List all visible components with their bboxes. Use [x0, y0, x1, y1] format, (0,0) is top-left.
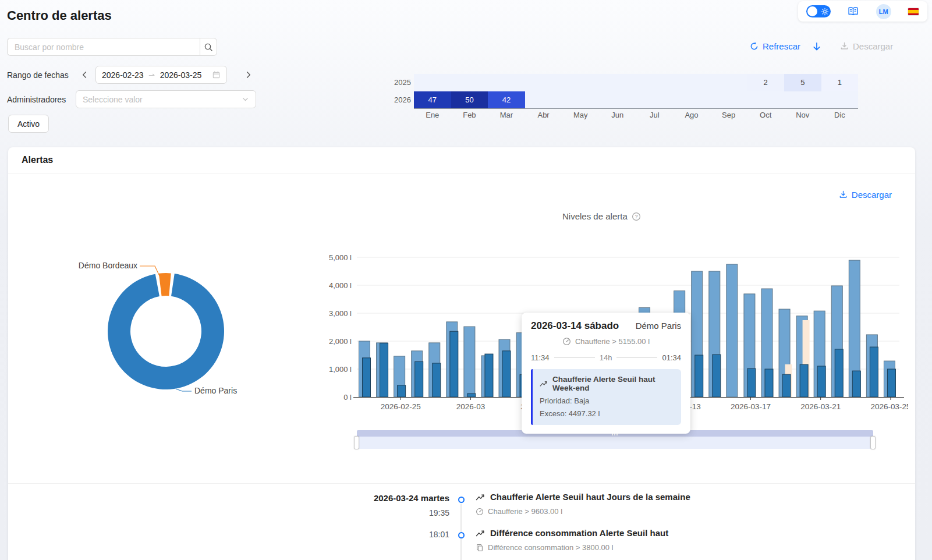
timeline-node	[458, 497, 465, 503]
user-avatar[interactable]: LM	[876, 4, 891, 19]
help-icon[interactable]: ?	[632, 212, 641, 221]
heatmap-cell-2026-Sep[interactable]	[710, 91, 747, 109]
search-icon	[204, 42, 213, 52]
heatmap-cell-2025-Oct[interactable]: 2	[747, 74, 784, 91]
toggle-knob	[807, 6, 817, 16]
heatmap-cell-2026-Ene[interactable]: 47	[414, 91, 451, 109]
refresh-button[interactable]: Refrescar	[750, 41, 800, 51]
heatmap-cell-2025-Feb[interactable]	[451, 74, 488, 91]
heatmap-cell-2025-Dic[interactable]: 1	[821, 74, 859, 91]
datazoom-left-handle[interactable]	[354, 436, 359, 449]
bar-2026-03-15[interactable]	[713, 355, 721, 397]
download-label: Descargar	[853, 41, 893, 51]
bar-2026-03-19[interactable]	[782, 374, 791, 397]
heatmap-cell-2026-May[interactable]	[562, 91, 599, 109]
chart-download-link[interactable]: Descargar	[839, 190, 892, 200]
heatmap-axis-line	[414, 108, 858, 109]
bar-2026-03-16[interactable]	[727, 264, 738, 397]
heatmap-cell-2025-Sep[interactable]	[710, 74, 747, 91]
bar-2026-03-17[interactable]	[747, 368, 756, 397]
heatmap-cell-2026-Oct[interactable]	[747, 91, 784, 109]
range-arrow-icon	[148, 71, 156, 79]
heatmap-cell-2025-Nov[interactable]: 5	[784, 74, 821, 91]
bar-2026-03-01[interactable]	[464, 327, 475, 397]
heatmap-month-label: Ene	[414, 111, 451, 119]
timeline-entry-subtitle: Différence consommation > 3800.00 l	[476, 543, 613, 552]
x-axis-tick-label: 2026-03-25	[870, 402, 908, 411]
heatmap-cell-2026-Nov[interactable]	[784, 91, 821, 109]
heatmap-cell-2026-Dic[interactable]	[821, 91, 859, 109]
admins-select-placeholder: Seleccione valor	[83, 95, 143, 104]
previous-range-button[interactable]	[80, 70, 89, 79]
admins-select[interactable]: Seleccione valor	[76, 90, 256, 108]
bar-2026-02-26[interactable]	[415, 361, 423, 397]
bar-2026-03-24[interactable]	[870, 347, 878, 397]
heatmap-cell-2025-Abr[interactable]	[525, 74, 562, 91]
date-range-picker[interactable]: 2026-02-23 2026-03-25	[95, 66, 227, 84]
bar-2026-03-21[interactable]	[817, 366, 825, 397]
search-button[interactable]	[200, 38, 217, 56]
heatmap-cell-2025-May[interactable]	[562, 74, 599, 91]
timeline-entry-time: 19:35	[241, 508, 449, 518]
bar-2026-03-22[interactable]	[835, 349, 843, 397]
heatmap-cell-2025-Jul[interactable]	[636, 74, 674, 91]
download-button-disabled[interactable]: Descargar	[840, 41, 893, 51]
collapse-arrow-button[interactable]	[811, 41, 822, 52]
theme-toggle[interactable]	[806, 5, 831, 17]
heatmap-cell-2025-Mar[interactable]	[488, 74, 525, 91]
bar-2026-03-20[interactable]	[800, 364, 808, 397]
datazoom-right-handle[interactable]	[870, 436, 876, 449]
x-axis-tick-label: 2026-03	[456, 402, 486, 411]
bar-2026-03-18[interactable]	[765, 369, 773, 397]
heatmap-cell-2026-Ago[interactable]	[673, 91, 710, 109]
bar-2026-03-01[interactable]	[467, 394, 476, 397]
bar-2026-02-24[interactable]	[380, 343, 388, 397]
heatmap-cell-2026-Abr[interactable]	[525, 91, 562, 109]
y-axis-tick-label: 5,000 l	[329, 253, 352, 262]
sun-icon	[821, 8, 829, 18]
tooltip-site: Démo Paris	[636, 321, 681, 331]
heatmap-cell-2025-Jun[interactable]	[599, 74, 636, 91]
active-filter-button[interactable]: Activo	[8, 115, 49, 133]
copy-icon	[476, 544, 484, 552]
svg-text:?: ?	[635, 214, 637, 219]
bar-2026-02-27[interactable]	[433, 363, 441, 397]
tooltip-alert-box: Chaufferie Alerte Seuil haut Week-end Pr…	[531, 369, 681, 425]
heatmap-cell-2026-Jun[interactable]	[599, 91, 636, 109]
language-flag-spain[interactable]	[908, 8, 919, 16]
timeline-entry-title[interactable]: Différence consommation Alerte Seuil hau…	[476, 528, 668, 538]
y-axis-tick-label: 1,000 l	[329, 365, 352, 374]
timeline-entry-title-text: Différence consommation Alerte Seuil hau…	[490, 528, 668, 538]
chart-title-row: Niveles de alerta ?	[562, 211, 641, 221]
heatmap-month-label: Feb	[451, 111, 488, 119]
heatmap-cell-2025-Ago[interactable]	[673, 74, 710, 91]
heatmap-cell-2026-Mar[interactable]: 42	[488, 91, 525, 109]
datazoom-window[interactable]	[357, 437, 873, 449]
pie-slice-demo-bordeaux[interactable]	[159, 273, 171, 296]
trend-icon	[476, 492, 485, 502]
bar-2026-03-14[interactable]	[695, 355, 703, 397]
heatmap-month-label: Ago	[673, 111, 710, 119]
x-axis-tick-label: 2026-03-17	[731, 402, 771, 411]
bar-2026-02-28[interactable]	[450, 331, 458, 397]
bar-2026-03-25[interactable]	[887, 369, 895, 397]
search-input[interactable]	[7, 38, 200, 56]
bar-2026-03-23[interactable]	[852, 371, 860, 397]
timeline-entry-title[interactable]: Chaufferie Alerte Seuil haut Jours de la…	[476, 492, 690, 502]
documentation-book-icon[interactable]	[847, 6, 859, 16]
heatmap-cell-2026-Jul[interactable]	[636, 91, 674, 109]
tooltip-threshold: Chaufferie > 5155.00 l	[575, 337, 650, 346]
alerts-card-header: Alertas	[8, 147, 915, 173]
heatmap-month-label: May	[562, 111, 599, 119]
bar-2026-02-25[interactable]	[398, 385, 406, 397]
heatmap-year-label: 2025	[389, 74, 411, 91]
pie-label-line	[176, 389, 192, 391]
bar-2026-02-23[interactable]	[363, 358, 371, 397]
bar-2026-03-02[interactable]	[485, 354, 493, 397]
next-range-button[interactable]	[244, 70, 253, 79]
heatmap-cell-2026-Feb[interactable]: 50	[451, 91, 488, 109]
heatmap-cell-2025-Ene[interactable]	[414, 74, 451, 91]
refresh-icon	[750, 42, 759, 51]
alert-sites-donut-chart[interactable]: Démo BordeauxDémo Paris	[58, 250, 274, 400]
bar-2026-03-03[interactable]	[502, 351, 511, 397]
